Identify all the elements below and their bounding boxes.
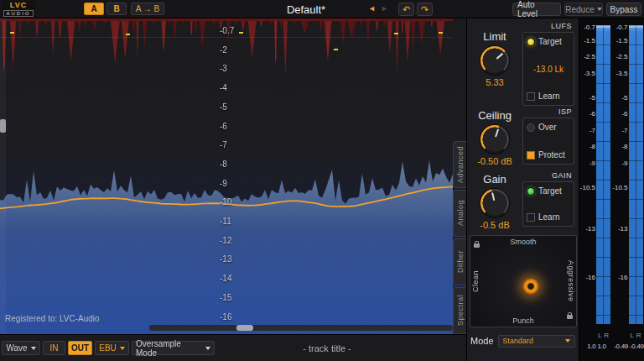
- gain-learn-row[interactable]: Learn: [527, 212, 570, 222]
- side-tab-spectral[interactable]: Spectral: [453, 287, 466, 334]
- prev-preset-icon[interactable]: ◄: [368, 5, 376, 13]
- meter-channel-label: L: [631, 332, 634, 339]
- pad-position-dot[interactable]: [522, 278, 539, 295]
- output-meters: -0.7-1.5-2.5-3.5-5-6-7-8-9-10.5-13-16 LR…: [579, 18, 644, 361]
- protect-row[interactable]: Protect: [527, 150, 570, 160]
- side-tab-dither[interactable]: Dither: [453, 238, 466, 285]
- over-label: Over: [538, 123, 557, 132]
- bypass-button[interactable]: Bypass: [606, 3, 641, 16]
- out-button[interactable]: OUT: [68, 341, 92, 355]
- pad-lock-icon[interactable]: [474, 243, 480, 248]
- control-panel: LUFS Limit 5.33 Target -13.0 Lk Learn IS…: [466, 18, 579, 361]
- gain-learn-label: Learn: [538, 212, 560, 222]
- meter-values: 1.01.0: [581, 343, 612, 350]
- meter-scale-label: -7: [621, 127, 627, 134]
- over-led[interactable]: [527, 123, 535, 132]
- side-tabs: AdvancedAnalogDitherSpectral: [453, 141, 466, 334]
- mode-dropdown[interactable]: Standard: [498, 335, 575, 348]
- meter-channels: LR: [596, 332, 610, 339]
- wave-mode-label: Wave: [6, 343, 27, 353]
- ceiling-gridline: [0, 37, 453, 38]
- gain-group: Target Learn: [522, 181, 574, 227]
- meter-readout-value: -0.49: [614, 343, 628, 350]
- lufs-target-value: -13.0 Lk: [527, 65, 570, 74]
- copy-a-to-b-button[interactable]: A → B: [131, 3, 164, 15]
- gain-target-led[interactable]: [527, 187, 535, 196]
- meter-scale-label: -8: [621, 143, 627, 150]
- side-tab-advanced[interactable]: Advanced: [453, 141, 466, 188]
- ceiling-title: Ceiling: [470, 109, 519, 122]
- over-row[interactable]: Over: [527, 123, 570, 132]
- auto-level-button[interactable]: Auto Level: [512, 3, 561, 16]
- vertical-zoom-track[interactable]: [0, 18, 6, 334]
- oversample-label: Oversample Mode: [136, 339, 202, 358]
- pad-lock-icon[interactable]: [567, 315, 573, 319]
- lvc-audio-logo: LVC audio: [2, 1, 35, 17]
- reduce-dropdown[interactable]: Reduce: [564, 3, 603, 16]
- in-button[interactable]: IN: [43, 341, 65, 355]
- preset-b-button[interactable]: B: [106, 3, 127, 15]
- meter-values: -0.49-0.49: [614, 343, 644, 350]
- lufs-group-label: LUFS: [551, 22, 572, 30]
- track-title: - track title -: [252, 343, 402, 353]
- pad-label-punch: Punch: [470, 317, 576, 325]
- meter-scale-label: -2.5: [584, 53, 595, 60]
- punch-smooth-pad[interactable]: Smooth Punch Clean Aggressive: [470, 235, 577, 327]
- pad-label-clean-wrap: Clean: [471, 236, 480, 327]
- mode-row: Mode Standard: [470, 334, 575, 348]
- redo-icon[interactable]: ↷: [417, 3, 433, 16]
- meter-scale-label: -8: [589, 143, 595, 150]
- gain-learn-checkbox[interactable]: [527, 213, 535, 222]
- ebu-label: EBU: [99, 343, 117, 353]
- meter-readout-value: 1.0: [587, 343, 595, 350]
- meter-scale-label: -16: [618, 274, 628, 281]
- limit-knob[interactable]: [480, 46, 509, 75]
- meter-scale-label: -5: [589, 94, 595, 102]
- gain-target-row[interactable]: Target: [527, 186, 570, 196]
- vertical-zoom-thumb[interactable]: [0, 119, 6, 133]
- meter-output: -0.7-1.5-2.5-3.5-5-6-7-8-9-10.5-13-16 LR…: [614, 18, 644, 361]
- waveform-scrollbar[interactable]: [149, 325, 453, 331]
- plugin-window: LVC audio A B A → B Default* ◄ ► ↶ ↷ Aut…: [0, 0, 644, 361]
- limit-learn-checkbox[interactable]: [527, 92, 535, 101]
- bottom-toolbar: Wave IN OUT EBU Oversample Mode - track …: [0, 334, 466, 361]
- preset-name[interactable]: Default*: [243, 3, 369, 16]
- meter-readout-value: -0.49: [630, 343, 644, 350]
- meter-scale-label: -1.5: [584, 37, 595, 44]
- meter-lufs: -0.7-1.5-2.5-3.5-5-6-7-8-9-10.5-13-16 LR…: [581, 18, 612, 361]
- ceiling-knob[interactable]: [480, 125, 509, 154]
- ceiling-section: Ceiling -0.50 dB: [470, 109, 519, 166]
- limit-target-led[interactable]: [527, 38, 535, 46]
- preset-a-button[interactable]: A: [84, 3, 104, 15]
- gain-section: Gain -0.5 dB: [470, 173, 519, 230]
- lufs-group: Target -13.0 Lk Learn: [522, 32, 574, 106]
- mode-value: Standard: [503, 337, 534, 345]
- oversample-mode-dropdown[interactable]: Oversample Mode: [132, 341, 215, 355]
- ebu-dropdown[interactable]: EBU: [95, 341, 129, 355]
- meter-scale: -0.7-1.5-2.5-3.5-5-6-7-8-9-10.5-13-16: [614, 18, 629, 329]
- limit-target-row[interactable]: Target: [527, 37, 570, 46]
- meter-scale-label: -0.7: [616, 24, 628, 31]
- undo-icon[interactable]: ↶: [398, 3, 414, 16]
- pad-label-clean: Clean: [471, 270, 480, 292]
- meter-scale-label: -10.5: [612, 184, 627, 191]
- wave-mode-dropdown[interactable]: Wave: [2, 341, 40, 355]
- side-tab-label: Analog: [456, 200, 465, 226]
- gain-knob[interactable]: [480, 189, 509, 217]
- logo-text: LVC: [10, 2, 27, 9]
- gain-title: Gain: [470, 173, 519, 186]
- meter-channels: LR: [629, 332, 643, 339]
- side-tab-label: Dither: [456, 250, 465, 273]
- side-tab-analog[interactable]: Analog: [453, 190, 466, 237]
- protect-checkbox[interactable]: [527, 151, 535, 160]
- pad-label-smooth: Smooth: [470, 238, 576, 246]
- ceiling-value: -0.50 dB: [470, 156, 519, 166]
- reduce-label: Reduce: [565, 5, 594, 14]
- next-preset-icon[interactable]: ►: [381, 5, 388, 13]
- waveform-scrollbar-thumb[interactable]: [236, 325, 253, 331]
- meter-scale-label: -1.5: [616, 37, 628, 44]
- meter-scale-label: -13: [585, 225, 595, 233]
- protect-label: Protect: [538, 150, 565, 160]
- limit-target-label: Target: [538, 37, 562, 46]
- limit-learn-row[interactable]: Learn: [527, 92, 570, 101]
